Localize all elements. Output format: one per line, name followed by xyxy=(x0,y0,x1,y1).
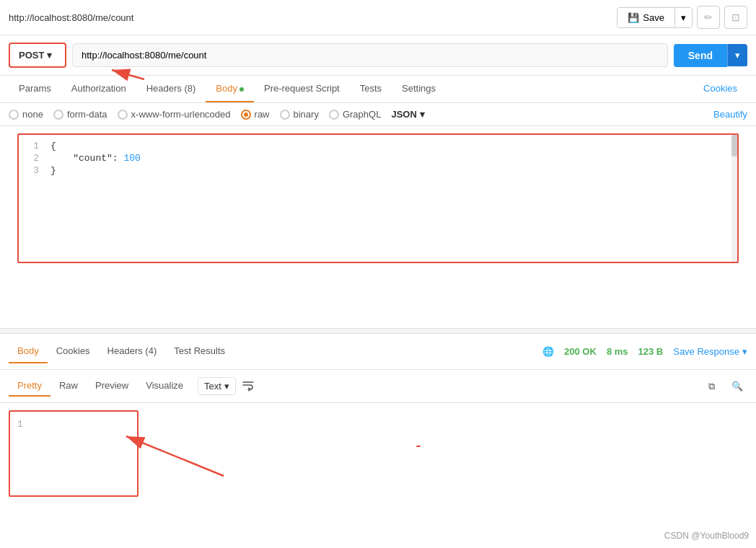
text-format-select[interactable]: Text ▾ xyxy=(198,377,236,395)
view-tab-visualize[interactable]: Visualize xyxy=(137,376,192,397)
code-line-1: 1 { xyxy=(27,141,729,151)
option-formdata[interactable]: form-data xyxy=(53,109,107,120)
request-row: POST ▾ Send ▾ xyxy=(0,35,756,76)
save-response-dropdown[interactable]: ▾ xyxy=(742,346,747,357)
save-btn-group: 💾 Save ▾ xyxy=(617,7,693,28)
top-bar: http://localhost:8080/me/count 💾 Save ▾ … xyxy=(0,0,756,35)
save-icon: 💾 xyxy=(628,12,639,23)
view-tab-preview[interactable]: Preview xyxy=(87,376,137,397)
tab-authorization[interactable]: Authorization xyxy=(61,76,136,102)
copy-button[interactable]: ⧉ xyxy=(701,376,721,397)
send-dropdown-icon: ▾ xyxy=(735,50,740,61)
send-dropdown-button[interactable]: ▾ xyxy=(727,44,747,66)
resp-tab-headers[interactable]: Headers (4) xyxy=(99,340,166,363)
empty-space xyxy=(0,270,756,328)
search-icon: 🔍 xyxy=(731,381,743,392)
option-graphql[interactable]: GraphQL xyxy=(329,109,381,120)
code-line-3: 3 } xyxy=(27,165,729,176)
status-time: 8 ms xyxy=(607,346,628,357)
info-button[interactable]: ⊡ xyxy=(724,6,747,29)
url-input[interactable] xyxy=(72,43,668,67)
send-button[interactable]: Send xyxy=(674,44,727,67)
tab-body[interactable]: Body xyxy=(206,76,254,102)
code-lines: 1 { 2 "count": 100 3 } xyxy=(27,141,729,176)
radio-graphql xyxy=(329,110,339,120)
wrap-icon[interactable] xyxy=(242,379,255,394)
option-urlencoded[interactable]: x-www-form-urlencoded xyxy=(118,109,231,120)
send-btn-group: Send ▾ xyxy=(674,44,747,67)
status-ok: 200 OK xyxy=(564,346,597,357)
option-none[interactable]: none xyxy=(9,109,43,120)
tab-prerequest[interactable]: Pre-request Script xyxy=(254,76,350,102)
search-button[interactable]: 🔍 xyxy=(727,376,747,397)
method-label: POST xyxy=(19,50,44,61)
code-editor[interactable]: 1 { 2 "count": 100 3 } xyxy=(17,133,739,263)
text-dropdown-icon: ▾ xyxy=(224,381,229,392)
status-size: 123 B xyxy=(638,346,664,357)
save-response-group: Save Response ▾ xyxy=(673,346,747,357)
edit-button[interactable]: ✏ xyxy=(697,6,720,29)
request-tabs: Params Authorization Headers (8) Body Pr… xyxy=(0,76,756,103)
body-dot xyxy=(239,87,244,92)
info-icon: ⊡ xyxy=(731,12,740,23)
method-dropdown-icon: ▾ xyxy=(47,50,52,61)
watermark: CSDN @YouthBlood9 xyxy=(664,531,749,541)
view-actions: ⧉ 🔍 xyxy=(701,376,747,397)
response-meta: 🌐 200 OK 8 ms 123 B Save Response ▾ xyxy=(542,346,747,357)
tab-cookies[interactable]: Cookies xyxy=(693,76,747,102)
resp-tab-testresults[interactable]: Test Results xyxy=(165,340,234,363)
body-options: none form-data x-www-form-urlencoded raw… xyxy=(0,103,756,126)
tab-tests[interactable]: Tests xyxy=(350,76,392,102)
save-dropdown-button[interactable]: ▾ xyxy=(674,8,692,27)
option-binary[interactable]: binary xyxy=(280,109,319,120)
top-actions: 💾 Save ▾ ✏ ⊡ xyxy=(617,6,747,29)
radio-binary xyxy=(280,110,290,120)
json-format-select[interactable]: JSON ▾ xyxy=(391,109,424,120)
response-code-area[interactable]: 1 xyxy=(9,410,139,497)
radio-urlencoded xyxy=(118,110,128,120)
code-line-2: 2 "count": 100 xyxy=(27,153,729,164)
method-select[interactable]: POST ▾ xyxy=(9,43,66,68)
radio-none xyxy=(9,110,19,120)
scrollbar[interactable] xyxy=(731,135,737,262)
response-tabs: Body Cookies Headers (4) Test Results xyxy=(9,340,234,363)
radio-raw xyxy=(241,110,251,120)
radio-formdata xyxy=(53,110,63,120)
option-raw[interactable]: raw xyxy=(241,109,270,120)
edit-icon: ✏ xyxy=(704,12,713,23)
tab-params[interactable]: Params xyxy=(9,76,61,102)
beautify-button[interactable]: Beautify xyxy=(713,109,747,120)
copy-icon: ⧉ xyxy=(708,381,715,392)
tab-headers[interactable]: Headers (8) xyxy=(136,76,206,102)
view-tab-raw[interactable]: Raw xyxy=(50,376,87,397)
resp-tab-body[interactable]: Body xyxy=(9,340,48,363)
view-tab-pretty[interactable]: Pretty xyxy=(9,376,50,397)
save-response-button[interactable]: Save Response xyxy=(673,346,739,357)
section-divider xyxy=(0,328,756,334)
view-tabs: Pretty Raw Preview Visualize Text ▾ ⧉ 🔍 xyxy=(0,370,756,403)
resp-tab-cookies[interactable]: Cookies xyxy=(48,340,99,363)
red-minus: - xyxy=(415,439,423,454)
globe-icon: 🌐 xyxy=(542,346,554,357)
top-url-display: http://localhost:8080/me/count xyxy=(9,12,611,23)
save-button[interactable]: 💾 Save xyxy=(617,8,674,27)
tab-settings[interactable]: Settings xyxy=(392,76,446,102)
json-dropdown-icon: ▾ xyxy=(420,109,425,120)
save-dropdown-icon: ▾ xyxy=(681,12,686,23)
response-body: 1 - xyxy=(0,403,756,504)
scrollbar-thumb xyxy=(731,135,737,156)
resp-line-1: 1 xyxy=(17,419,130,430)
response-header: Body Cookies Headers (4) Test Results 🌐 … xyxy=(0,334,756,370)
